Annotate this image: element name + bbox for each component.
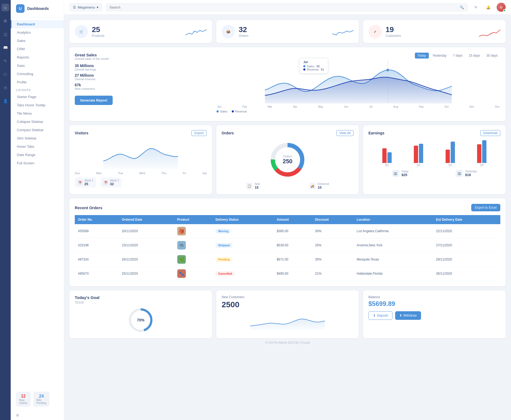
earnings-panel: Earnings Download Q1 <box>363 125 506 194</box>
q2-bars <box>414 144 423 163</box>
home-icon[interactable]: ⌂ <box>2 4 9 11</box>
dashboard-content: 🛒 25 Products 📦 32 Orders <box>64 15 511 420</box>
download-button[interactable]: Download <box>480 130 500 136</box>
delivered-icon: 🚚 <box>309 183 316 189</box>
product-thumbnail: 🎒 <box>177 227 186 235</box>
search-input[interactable] <box>109 5 458 9</box>
layers-icon[interactable]: ◫ <box>2 30 9 38</box>
status-badge[interactable]: Shipped <box>215 243 232 248</box>
footer: © Uni Pro Admin 2021 By 17sucai <box>69 338 506 345</box>
user-strip-icon[interactable]: 👤 <box>2 97 9 105</box>
sidebar-item-tabs-hover[interactable]: Tabs Hover Tooltip <box>11 101 64 109</box>
avatar[interactable]: U <box>497 3 506 12</box>
puzzle-icon[interactable]: ⬡ <box>2 71 9 78</box>
sidebar-item-consulting[interactable]: Consulting <box>11 70 64 78</box>
megamenu-label: Megamenu <box>78 5 95 9</box>
balance-amount: $5699.89 <box>368 300 500 308</box>
q2-label: Q2 <box>417 164 420 166</box>
sidebar-item-fullscreen[interactable]: Full Screen <box>11 159 64 167</box>
clock-icon[interactable]: ◷ <box>2 84 9 91</box>
edit-icon[interactable]: ✎ <box>2 57 9 65</box>
sidebar-item-tile-menu[interactable]: Tile Menu <box>11 109 64 118</box>
export-excel-button[interactable]: Export to Excel <box>471 204 500 211</box>
product-icon: 🐾 <box>179 271 184 276</box>
tab-yesterday[interactable]: Yesterday <box>430 53 449 59</box>
cell-date: 23/11/2020 <box>119 238 174 252</box>
grid-icon[interactable]: ⊞ <box>2 17 9 25</box>
x-label-sep: Sep <box>419 105 424 108</box>
x-label-jun: Jun <box>344 105 348 108</box>
sales-chart-svg <box>217 61 500 103</box>
balance-actions: ⬇ Deposit ⬆ Withdraw <box>368 311 500 320</box>
tab-today[interactable]: Today <box>415 53 429 59</box>
settings-icon[interactable]: ⚙ <box>11 411 64 420</box>
x-sun: Sun <box>75 172 80 175</box>
status-badge[interactable]: Cancelled <box>215 271 235 276</box>
today-val: $25 <box>402 173 409 177</box>
withdraw-button[interactable]: ⬆ Withdraw <box>395 311 421 320</box>
cell-date: 25/11/2020 <box>119 267 174 281</box>
earnings-metric: 35 Millions Overall earnings <box>75 64 217 71</box>
visitors-export-button[interactable]: Export <box>191 130 207 136</box>
sidebar-item-saas[interactable]: Saas <box>11 61 64 70</box>
sidebar-item-reports[interactable]: Reports <box>11 53 64 61</box>
megamenu-button[interactable]: ☰ Megamenu ▾ <box>69 3 102 11</box>
sidebar-item-hover-tabs[interactable]: Hover Tabs <box>11 142 64 151</box>
q1-label: Q1 <box>385 164 389 166</box>
sidebar-item-collapse[interactable]: Collapse Sidebar <box>11 118 64 126</box>
sidebar-logo: U Dashboards <box>11 0 64 17</box>
sidebar-item-slim[interactable]: Slim Sidebar <box>11 134 64 142</box>
topbar: ☰ Megamenu ▾ 🔍 ✎ 🔔 U <box>64 0 511 15</box>
yesterday-label: Yesterday <box>465 170 477 173</box>
bell-icon[interactable]: 🔔 <box>484 3 493 11</box>
book-icon[interactable]: 📖 <box>2 44 9 51</box>
revenue-area <box>265 77 452 103</box>
cell-location: Mesquite,Texas <box>353 252 433 267</box>
goal-progress-svg: 70% <box>127 307 154 333</box>
new-order-info: New 15 <box>255 182 260 189</box>
sidebar-item-starter[interactable]: Starter Page <box>11 93 64 101</box>
tab-15days[interactable]: 15 days <box>466 53 483 59</box>
x-label-dec: Dec <box>495 105 500 108</box>
donut-orders-word: Orders <box>283 155 293 158</box>
x-mon: Mon <box>96 172 102 175</box>
tab-30days[interactable]: 30 days <box>484 53 500 59</box>
q3-red-bar <box>446 150 450 163</box>
panels-row: Visitors Export Sun Mon <box>69 125 506 194</box>
view-all-button[interactable]: View All <box>336 130 353 136</box>
delivered-num: 10 <box>318 185 329 189</box>
todays-goal-card: Today's Goal 70/100 70% <box>69 290 212 338</box>
legend-sales: Sales <box>217 110 227 113</box>
cell-order-no: #23198 <box>75 238 119 252</box>
sidebar-item-date-range[interactable]: Date Range <box>11 151 64 159</box>
week2-icon: 📅 <box>103 180 108 185</box>
status-badge[interactable]: Pending <box>215 257 232 262</box>
edit-topbar-icon[interactable]: ✎ <box>471 3 480 11</box>
tab-7days[interactable]: 7 days <box>450 53 465 59</box>
sidebar-item-sales[interactable]: Sales <box>11 37 64 45</box>
x-sat: Sat <box>202 172 207 175</box>
sidebar-item-profile[interactable]: Profile <box>11 78 64 86</box>
cell-order-no: #87324 <box>75 252 119 267</box>
sidebar-item-dashboard[interactable]: Dashboard <box>11 20 64 28</box>
tooltip-sales-dot <box>303 65 305 67</box>
orders-table: Order No. Ordered Date Product Delivery … <box>75 215 500 281</box>
cell-date: 26/11/2020 <box>119 252 174 267</box>
product-thumbnail: 🌿 <box>177 255 186 264</box>
cell-location: Hallandale,Florida <box>353 267 433 281</box>
sidebar-item-analytics[interactable]: Analytics <box>11 28 64 37</box>
table-row: #23198 23/11/2020 🛍 Shipped $539.00 25% … <box>75 238 500 252</box>
tooltip-revenue-dot <box>303 68 305 71</box>
generate-report-button[interactable]: Generate Report <box>75 96 113 105</box>
q4-bars <box>477 140 486 163</box>
status-badge[interactable]: Moving <box>215 229 231 234</box>
week1-icon: 📅 <box>77 180 83 185</box>
visitors-panel: Visitors Export Sun Mon <box>69 125 212 194</box>
deposit-button[interactable]: ⬇ Deposit <box>368 311 392 320</box>
sales-subtitle: Overall sales of the month <box>75 57 217 60</box>
sidebar-item-crm[interactable]: CRM <box>11 45 64 53</box>
x-thu: Thu <box>161 172 166 175</box>
cell-discount: 35% <box>312 252 353 267</box>
sidebar-item-compact[interactable]: Compact Sidebar <box>11 126 64 134</box>
orders-label: Orders <box>239 34 332 38</box>
